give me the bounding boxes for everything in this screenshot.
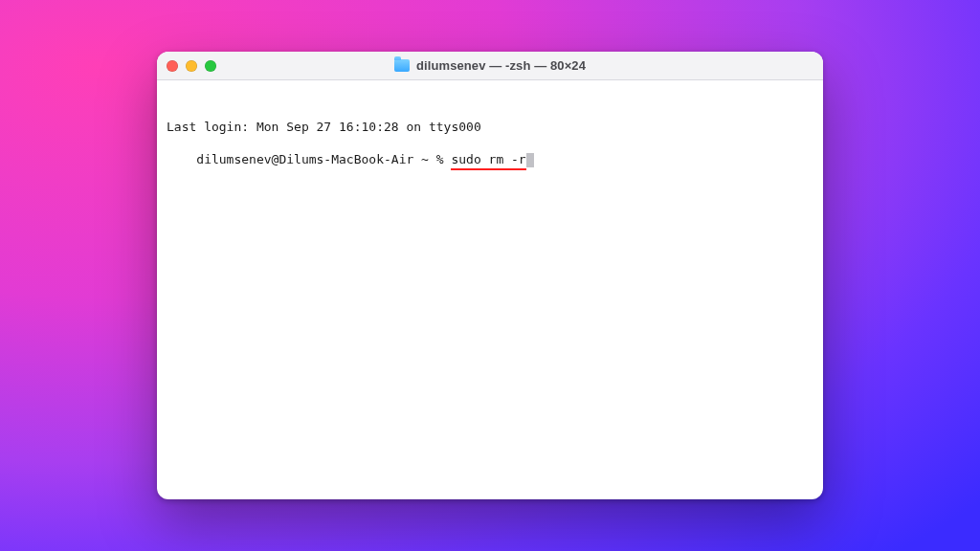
minimize-icon[interactable] — [186, 60, 197, 72]
window-titlebar: dilumsenev — -zsh — 80×24 — [157, 52, 823, 80]
typed-command: sudo rm -r — [451, 151, 525, 167]
prompt-line: dilumsenev@Dilums-MacBook-Air ~ % sudo r… — [196, 151, 533, 167]
terminal-window: dilumsenev — -zsh — 80×24 Last login: Mo… — [157, 52, 823, 499]
last-login-line: Last login: Mon Sep 27 16:10:28 on ttys0… — [167, 119, 813, 135]
window-title: dilumsenev — -zsh — 80×24 — [416, 58, 586, 73]
annotation-underline — [451, 168, 525, 170]
folder-icon — [394, 59, 410, 72]
title-center: dilumsenev — -zsh — 80×24 — [157, 52, 823, 79]
text-cursor — [526, 153, 534, 167]
close-icon[interactable] — [167, 60, 178, 72]
shell-prompt: dilumsenev@Dilums-MacBook-Air ~ % — [196, 152, 451, 166]
terminal-body[interactable]: Last login: Mon Sep 27 16:10:28 on ttys0… — [157, 80, 823, 499]
zoom-icon[interactable] — [205, 60, 216, 72]
window-controls — [167, 60, 216, 72]
command-text: sudo rm -r — [451, 152, 525, 166]
